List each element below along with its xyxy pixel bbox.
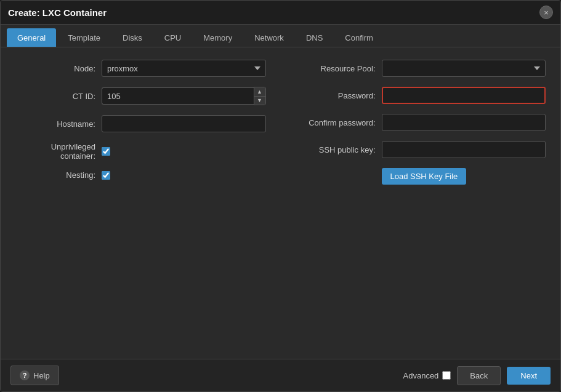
unprivileged-checkbox[interactable] [102, 147, 110, 156]
tab-network[interactable]: Network [244, 28, 294, 47]
back-button[interactable]: Back [457, 366, 501, 385]
tab-general[interactable]: General [7, 28, 56, 47]
form-left-column: Node: proxmox CT ID: ▲ ▼ [15, 60, 281, 346]
form-content: Node: proxmox CT ID: ▲ ▼ [1, 47, 560, 359]
ssh-key-input[interactable] [382, 141, 546, 158]
node-select[interactable]: proxmox [102, 60, 266, 77]
help-icon: ? [20, 370, 30, 380]
dialog-title: Create: LXC Container [8, 7, 107, 18]
nesting-control [102, 171, 266, 180]
password-input[interactable] [382, 87, 546, 104]
unprivileged-row: Unprivileged container: [15, 142, 266, 161]
tab-bar: General Template Disks CPU Memory Networ… [1, 25, 560, 47]
form-right-column: Resource Pool: Password: Confirm passwor… [281, 60, 546, 346]
resource-pool-select[interactable] [382, 60, 546, 77]
load-ssh-button[interactable]: Load SSH Key File [382, 168, 467, 185]
ssh-key-control [382, 141, 546, 158]
resource-pool-label: Resource Pool: [296, 64, 376, 73]
load-ssh-row: Load SSH Key File [296, 168, 546, 185]
footer-right: Advanced Back Next [403, 366, 551, 385]
confirm-password-control [382, 114, 546, 131]
ctid-down-button[interactable]: ▼ [254, 96, 265, 105]
node-row: Node: proxmox [15, 60, 266, 77]
confirm-password-row: Confirm password: [296, 114, 546, 131]
nesting-row: Nesting: [15, 170, 266, 180]
help-button[interactable]: ? Help [10, 366, 59, 385]
hostname-control [102, 115, 266, 132]
tab-disks[interactable]: Disks [112, 28, 153, 47]
unprivileged-label: Unprivileged container: [15, 142, 95, 161]
ssh-key-label: SSH public key: [296, 145, 376, 154]
tab-cpu[interactable]: CPU [154, 28, 192, 47]
advanced-checkbox[interactable] [442, 371, 451, 380]
password-control [382, 87, 546, 104]
nesting-checkbox[interactable] [102, 171, 110, 180]
title-bar: Create: LXC Container × [1, 1, 560, 25]
ctid-label: CT ID: [15, 92, 95, 101]
resource-pool-control [382, 60, 546, 77]
hostname-label: Hostname: [15, 119, 95, 129]
help-label: Help [33, 371, 50, 380]
next-button[interactable]: Next [507, 367, 551, 385]
create-lxc-dialog: Create: LXC Container × General Template… [0, 0, 561, 392]
footer: ? Help Advanced Back Next [1, 359, 560, 391]
tab-dns[interactable]: DNS [296, 28, 333, 47]
confirm-password-label: Confirm password: [296, 118, 376, 127]
hostname-row: Hostname: [15, 115, 266, 132]
nesting-label: Nesting: [15, 170, 95, 180]
node-control: proxmox [102, 60, 266, 77]
unprivileged-control [102, 147, 266, 156]
load-ssh-control: Load SSH Key File [382, 168, 546, 185]
ctid-input[interactable] [102, 87, 254, 105]
tab-template[interactable]: Template [57, 28, 111, 47]
ctid-row: CT ID: ▲ ▼ [15, 87, 266, 105]
password-row: Password: [296, 87, 546, 104]
node-label: Node: [15, 64, 95, 73]
ctid-control: ▲ ▼ [102, 87, 266, 105]
tab-confirm[interactable]: Confirm [334, 28, 384, 47]
advanced-wrap: Advanced [403, 371, 451, 380]
ctid-up-button[interactable]: ▲ [254, 87, 265, 96]
hostname-input[interactable] [102, 115, 266, 132]
password-label: Password: [296, 91, 376, 100]
tab-memory[interactable]: Memory [193, 28, 243, 47]
close-button[interactable]: × [539, 6, 553, 19]
ssh-key-row: SSH public key: [296, 141, 546, 158]
resource-pool-row: Resource Pool: [296, 60, 546, 77]
advanced-label: Advanced [403, 371, 439, 380]
ctid-spinner: ▲ ▼ [254, 87, 266, 105]
confirm-password-input[interactable] [382, 114, 546, 131]
